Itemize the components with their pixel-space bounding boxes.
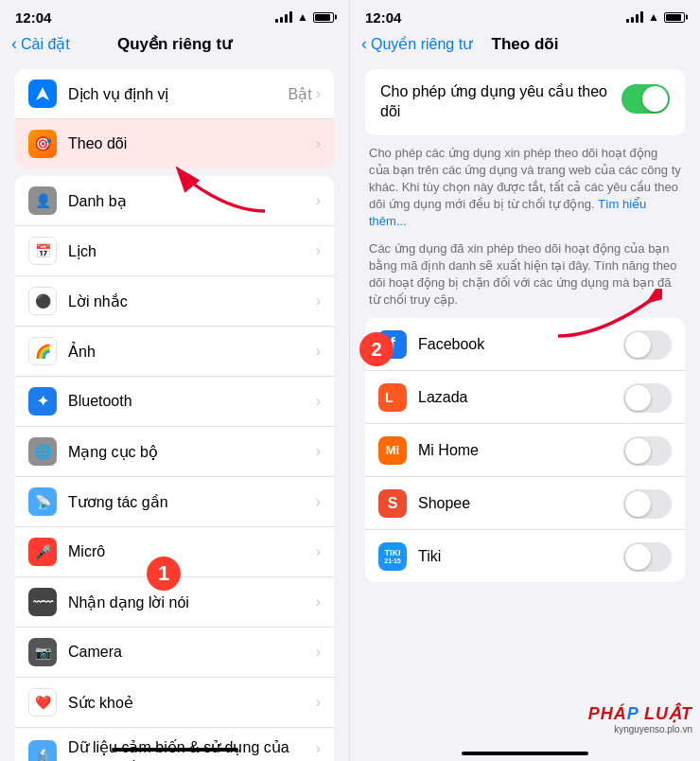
nhan-dang-label: Nhận dạng lời nói <box>68 593 316 611</box>
mi-home-icon: Mi <box>378 436 407 465</box>
mi-home-toggle-knob <box>625 438 651 464</box>
step-badge-2: 2 <box>359 332 394 366</box>
right-status-icons: ▲ <box>626 10 685 24</box>
left-nav-title: Quyền riêng tư <box>117 34 232 54</box>
right-panel: 12:04 ▲ ‹ Quyền riêng tư Theo dõi Cho ph… <box>350 0 700 761</box>
suc-khoe-chevron-icon: › <box>316 694 321 711</box>
tiki-toggle[interactable] <box>623 542 672 572</box>
lazada-toggle[interactable] <box>623 383 672 413</box>
apps-group: f Facebook L Lazada Mi Mi Home <box>365 318 685 582</box>
settings-row-camera[interactable]: 📷 Camera › <box>15 628 334 678</box>
camera-chevron-icon: › <box>316 644 321 661</box>
wifi-icon: ▲ <box>297 10 308 24</box>
micro-chevron-icon: › <box>316 543 321 560</box>
right-settings-content: Cho phép ứng dụng yêu cầu theo dõi Cho p… <box>350 62 700 746</box>
lazada-toggle-knob <box>625 385 651 411</box>
right-back-label[interactable]: Quyền riêng tư <box>371 35 472 53</box>
anh-icon: 🌈 <box>28 337 57 365</box>
step1-arrow <box>170 154 284 221</box>
bluetooth-label: Bluetooth <box>68 393 316 410</box>
suc-khoe-label: Sức khoẻ <box>68 694 316 712</box>
shopee-icon: S <box>378 489 407 518</box>
anh-label: Ảnh <box>68 343 316 361</box>
danh-ba-chevron-icon: › <box>316 192 321 209</box>
micro-label: Micrô <box>68 543 316 560</box>
micro-icon: 🎤 <box>28 538 57 566</box>
description-1: Cho phép các ứng dụng xin phép theo dõi … <box>365 145 685 231</box>
right-status-time: 12:04 <box>365 9 401 26</box>
shopee-toggle-knob <box>625 491 651 517</box>
right-home-indicator <box>462 752 588 755</box>
settings-row-anh[interactable]: 🌈 Ảnh › <box>15 327 334 377</box>
right-signal-bars-icon <box>626 11 643 23</box>
left-nav-bar: ‹ Cài đặt Quyền riêng tư <box>0 30 349 62</box>
nhan-dang-chevron-icon: › <box>316 593 321 611</box>
mang-cuc-bo-icon: 🌐 <box>28 437 57 466</box>
watermark-title: PHÁP LUẬT <box>588 703 692 724</box>
left-back-button[interactable]: ‹ Cài đặt <box>11 34 70 54</box>
settings-row-tuong-tac-gan[interactable]: 📡 Tương tác gần › <box>15 477 334 527</box>
tuong-tac-gan-label: Tương tác gần <box>68 493 316 511</box>
lazada-icon: L <box>378 383 407 412</box>
settings-row-bluetooth[interactable]: ✦ Bluetooth › <box>15 377 334 427</box>
lich-chevron-icon: › <box>316 242 321 259</box>
settings-row-loi-nhac[interactable]: ⚫ Lời nhắc › <box>15 276 334 327</box>
bluetooth-chevron-icon: › <box>316 393 321 410</box>
mi-home-toggle[interactable] <box>623 436 672 466</box>
loi-nhac-label: Lời nhắc <box>68 292 316 310</box>
app-row-shopee[interactable]: S Shopee <box>365 477 685 530</box>
main-tracking-toggle-row: Cho phép ứng dụng yêu cầu theo dõi <box>365 69 685 135</box>
settings-row-lich[interactable]: 📅 Lịch › <box>15 226 334 276</box>
main-tracking-toggle-knob <box>642 86 668 112</box>
camera-icon: 📷 <box>28 638 57 666</box>
settings-row-mang-cuc-bo[interactable]: 🌐 Mạng cục bộ › <box>15 427 334 477</box>
app-row-lazada[interactable]: L Lazada <box>365 371 685 424</box>
camera-label: Camera <box>68 644 316 661</box>
right-back-chevron-icon: ‹ <box>361 34 367 54</box>
settings-row-suc-khoe[interactable]: ❤️ Sức khoẻ › <box>15 678 334 728</box>
tuong-tac-gan-icon: 📡 <box>28 487 57 516</box>
right-back-button[interactable]: ‹ Quyền riêng tư <box>361 34 472 54</box>
main-tracking-toggle[interactable] <box>621 84 670 114</box>
mang-cuc-bo-label: Mạng cục bộ <box>68 443 316 461</box>
tiki-toggle-knob <box>625 544 651 570</box>
lich-label: Lịch <box>68 242 316 260</box>
danh-ba-icon: 👤 <box>28 186 57 215</box>
right-battery-icon <box>664 12 685 23</box>
svg-marker-0 <box>36 87 49 100</box>
nhan-dang-icon: 〰〰 <box>28 588 57 616</box>
loi-nhac-icon: ⚫ <box>28 287 57 315</box>
svg-text:L: L <box>385 390 394 405</box>
left-status-icons: ▲ <box>275 10 334 24</box>
left-status-bar: 12:04 ▲ <box>0 0 349 30</box>
shopee-label: Shopee <box>418 495 623 512</box>
du-lieu-cam-bien-icon: 🔬 <box>28 740 57 761</box>
watermark-subtitle: kynguyenso.plo.vn <box>588 724 692 734</box>
suc-khoe-icon: ❤️ <box>28 688 57 717</box>
shopee-toggle[interactable] <box>623 489 672 519</box>
left-back-label[interactable]: Cài đặt <box>21 35 70 53</box>
step2-arrow <box>539 289 662 345</box>
loi-nhac-chevron-icon: › <box>316 292 321 310</box>
theo-doi-icon: 🎯 <box>28 130 57 158</box>
du-lieu-cam-bien-chevron-icon: › <box>316 740 321 757</box>
mi-home-label: Mi Home <box>418 442 623 459</box>
watermark: PHÁP LUẬT kynguyenso.plo.vn <box>588 703 692 734</box>
right-nav-title: Theo dõi <box>492 35 559 54</box>
dich-vu-dinh-vi-label: Dịch vụ định vị <box>68 85 289 103</box>
app-row-mi-home[interactable]: Mi Mi Home <box>365 424 685 477</box>
settings-row-dich-vu-dinh-vi[interactable]: Dịch vụ định vị Bật › <box>15 69 334 119</box>
dich-vu-dinh-vi-chevron-icon: › <box>316 85 321 102</box>
app-row-tiki[interactable]: TIKI 21·15 Tiki <box>365 530 685 582</box>
tuong-tac-gan-chevron-icon: › <box>316 493 321 510</box>
right-status-bar: 12:04 ▲ <box>350 0 700 30</box>
left-panel-body: Dịch vụ định vị Bật › 🎯 Theo dõi › 👤 Dan… <box>0 62 349 761</box>
mang-cuc-bo-chevron-icon: › <box>316 443 321 460</box>
right-wifi-icon: ▲ <box>648 10 659 24</box>
dich-vu-dinh-vi-value: Bật <box>289 85 312 103</box>
theo-doi-label: Theo dõi <box>68 135 316 152</box>
settings-row-du-lieu-cam-bien[interactable]: 🔬 Dữ liệu cảm biến & sử dụng của Nghiên … <box>15 728 334 761</box>
dich-vu-dinh-vi-icon <box>28 80 57 108</box>
theo-doi-chevron-icon: › <box>316 135 321 152</box>
lazada-label: Lazada <box>418 389 623 406</box>
